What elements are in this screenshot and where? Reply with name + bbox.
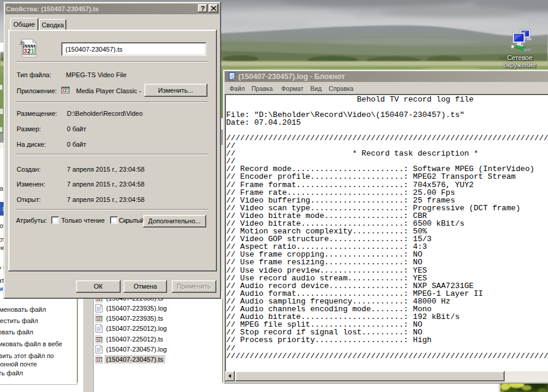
svg-text:1: 1 xyxy=(31,48,34,55)
svg-text:1: 1 xyxy=(100,318,102,321)
svg-text:1: 1 xyxy=(67,88,69,93)
svg-text:1: 1 xyxy=(100,339,102,342)
svg-text:1: 1 xyxy=(100,359,102,362)
